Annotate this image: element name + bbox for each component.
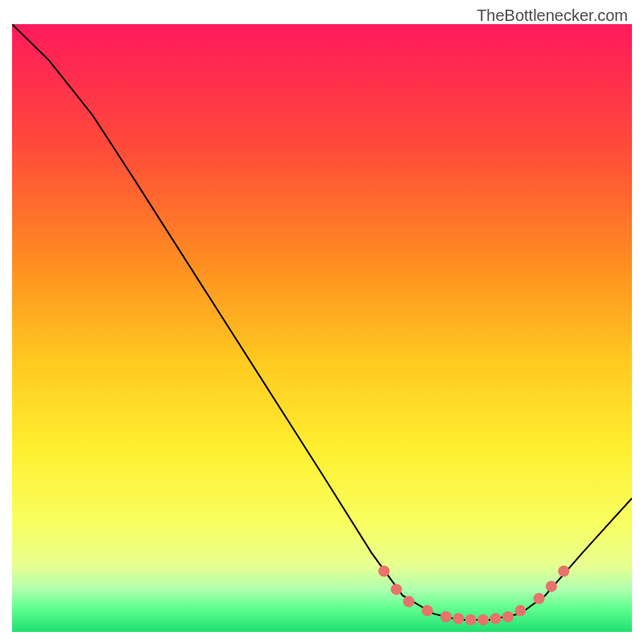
gradient-background [12, 24, 632, 632]
chart-container [12, 24, 632, 632]
watermark-text: TheBottlenecker.com [477, 6, 628, 25]
svg-rect-0 [12, 24, 632, 632]
